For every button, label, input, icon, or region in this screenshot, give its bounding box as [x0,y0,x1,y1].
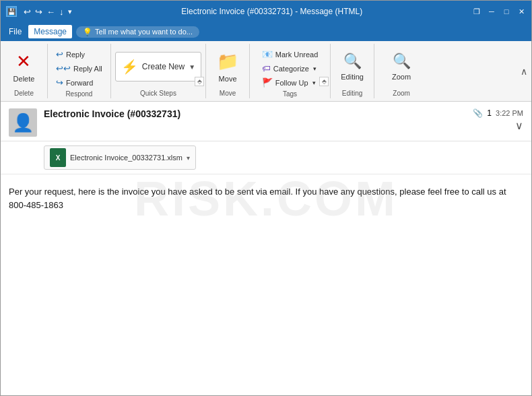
redo-btn[interactable]: ↪ [35,7,42,17]
quicksteps-expand-btn[interactable]: ⬘ [195,77,204,86]
zoom-group-label: Zoom [393,88,410,97]
attachment-area: X Electronic Invoice_00332731.xlsm ▾ [1,141,531,174]
reply-all-button[interactable]: ↩↩ Reply All [52,62,106,75]
create-new-button[interactable]: ⚡ Create New ▼ [115,52,201,81]
editing-group-label: Editing [342,88,363,97]
email-time: 3:22 PM [496,109,523,117]
title-bar-left: 💾 ↩ ↪ ← ↓ ▾ [6,6,72,17]
categorize-button[interactable]: 🏷 Categorize ▾ [258,62,323,75]
dropdown-arrow: ▼ [189,63,195,71]
email-header: 👤 Electronic Invoice (#00332731) 📎 1 3:2… [1,102,531,141]
ribbon-group-move: 📁 Move Move [206,44,250,98]
email-subject: Electronic Invoice (#00332731) [44,108,466,119]
delete-group-label: Delete [14,88,34,97]
reply-all-icon: ↩↩ [56,63,71,73]
paperclip-icon: 📎 [473,108,483,118]
email-area: 👤 Electronic Invoice (#00332731) 📎 1 3:2… [1,102,531,222]
restore-btn[interactable]: ❐ [472,7,481,16]
ribbon-group-zoom: 🔍 Zoom Zoom [374,44,428,98]
lightbulb-icon: 💡 [83,28,92,36]
title-bar: 💾 ↩ ↪ ← ↓ ▾ Electronic Invoice (#0033273… [1,1,531,22]
maximize-btn[interactable]: □ [502,7,511,16]
arrow-left-btn[interactable]: ← [46,7,55,17]
zoom-button[interactable]: 🔍 Zoom [387,47,416,86]
delete-button[interactable]: ✕ Delete [8,47,40,86]
editing-button[interactable]: 🔍 Editing [335,47,369,86]
menu-message[interactable]: Message [28,25,72,38]
forward-button[interactable]: ↪ Forward [52,76,106,89]
mark-unread-button[interactable]: 📧 Mark Unread [258,48,323,61]
window-title: Electronic Invoice (#00332731) - Message… [72,7,473,16]
categorize-icon: 🏷 [262,63,271,73]
email-right: 📎 1 3:22 PM ∨ [473,108,523,132]
follow-up-button[interactable]: 🚩 Follow Up ▾ [258,76,323,89]
email-body-text: Per your request, here is the invoice yo… [9,185,523,211]
app-icon: 💾 [6,6,17,17]
tags-expand-btn[interactable]: ⬘ [319,77,329,86]
move-button[interactable]: 📁 Move [211,47,244,86]
follow-up-icon: 🚩 [262,77,273,88]
ribbon-group-respond: ↩ Reply ↩↩ Reply All ↪ Forward Respond [48,44,111,98]
lightning-icon: ⚡ [121,59,138,75]
attachment-chip[interactable]: X Electronic Invoice_00332731.xlsm ▾ [44,145,196,170]
menu-file[interactable]: File [3,25,27,38]
email-body: Per your request, here is the invoice yo… [1,174,531,222]
ribbon-group-delete: ✕ Delete Delete [1,44,48,98]
zoom-icon: 🔍 [393,53,411,70]
menu-bar: File Message 💡 Tell me what you want to … [1,22,531,41]
tell-me-input[interactable]: 💡 Tell me what you want to do... [76,26,199,38]
undo-btn[interactable]: ↩ [24,7,31,17]
reply-icon: ↩ [56,49,63,59]
quicksteps-group-label: Quick Steps [140,88,176,97]
ribbon-collapse-arrow[interactable]: ∧ [521,66,527,77]
move-group-label: Move [220,88,236,97]
ribbon: ✕ Delete Delete ↩ Reply ↩↩ Reply All ↪ F… [1,41,531,102]
person-icon: 👤 [12,112,34,133]
forward-icon: ↪ [56,77,63,88]
move-folder-icon: 📁 [217,51,238,72]
expand-button[interactable]: ∨ [515,119,523,132]
attachment-count: 1 [487,108,492,118]
email-meta: Electronic Invoice (#00332731) [44,108,466,119]
ribbon-group-tags: 📧 Mark Unread 🏷 Categorize ▾ 🚩 Follow Up… [250,44,331,98]
attachment-name: Electronic Invoice_00332731.xlsm [70,154,182,162]
window-controls: ❐ ─ □ ✕ [472,7,526,16]
reply-button[interactable]: ↩ Reply [52,48,106,61]
mark-unread-icon: 📧 [262,49,273,59]
arrow-down-btn[interactable]: ↓ [59,7,64,17]
respond-group-label: Respond [65,89,92,98]
editing-icon: 🔍 [343,53,362,70]
attachment-dropdown-arrow[interactable]: ▾ [187,154,190,162]
ribbon-group-quicksteps: ⚡ Create New ▼ ⬘ Quick Steps [111,44,206,98]
ribbon-group-editing: 🔍 Editing Editing [331,44,374,98]
delete-icon: ✕ [16,51,31,72]
excel-icon: X [50,148,66,167]
minimize-btn[interactable]: ─ [487,7,496,16]
close-btn[interactable]: ✕ [517,7,526,16]
sender-avatar: 👤 [9,108,37,137]
tags-group-label: Tags [283,89,297,98]
